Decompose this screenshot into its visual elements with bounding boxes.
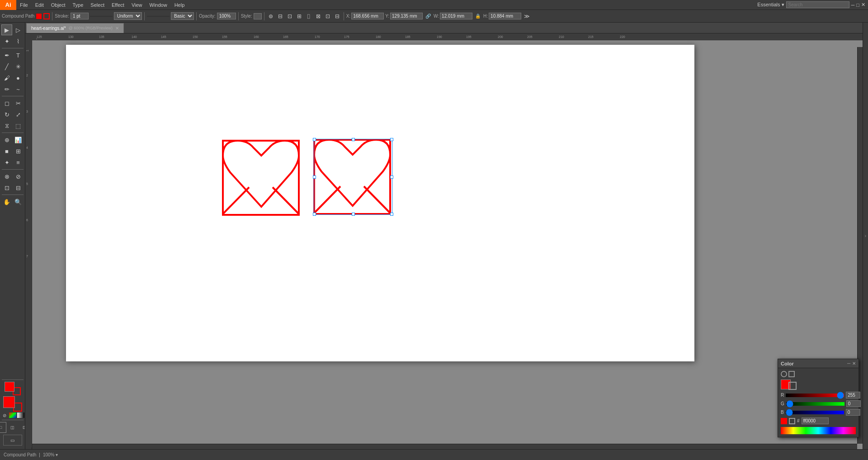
hex-stroke-swatch[interactable] [789,418,795,424]
stroke-swatch[interactable] [43,13,50,19]
align-top-icon[interactable]: ⊠ [314,12,322,20]
minimize-btn[interactable]: ─ [851,2,855,8]
cmyk-icon[interactable] [788,371,795,377]
stroke-width-input[interactable] [71,13,89,19]
link-icon[interactable]: 🔗 [424,12,432,20]
spectrum-icon[interactable] [781,371,787,377]
divider-1 [52,12,52,20]
view-mode-btn[interactable]: ▭ [3,435,22,446]
menu-select[interactable]: Select [87,0,108,9]
stroke-swatch-panel[interactable] [788,382,797,390]
align-right-icon[interactable]: ⊞ [295,12,303,20]
basic-select[interactable]: Basic [171,12,194,20]
tab-close-btn[interactable]: ✕ [115,26,119,31]
transform-icon[interactable]: ⌷ [305,12,313,20]
hand-tool[interactable]: ✋ [1,196,12,207]
horizontal-scrollbar[interactable] [32,444,857,449]
y-input[interactable]: 129.135 mm [390,13,423,19]
chart-tool[interactable]: 📊 [13,134,24,145]
stroke-style-select[interactable]: Uniform [114,12,142,20]
draw-normal-btn[interactable]: □ [0,422,6,433]
distribute-icon[interactable]: ⊟ [333,12,341,20]
recolor-icon[interactable]: ⊚ [267,12,275,20]
lasso-tool[interactable]: ⌇ [13,36,24,47]
blend-tool[interactable]: ⊗ [1,171,12,182]
panel-close-btn[interactable]: ✕ [852,361,856,366]
swatch-container [3,396,22,412]
shape-builder-tool[interactable]: ⊕ [1,134,12,145]
paint-brush-tool[interactable]: 🖌 [1,72,12,83]
zoom-tool[interactable]: 🔍 [13,196,24,207]
opacity-input[interactable] [217,13,236,19]
menu-window[interactable]: Window [146,0,171,9]
eyedropper-tool[interactable]: ✦ [1,157,12,168]
fill-indicator[interactable] [5,382,14,392]
menu-file[interactable]: File [16,0,32,9]
free-transform-tool[interactable]: ⬚ [13,120,24,131]
close-btn[interactable]: ✕ [861,2,865,8]
menu-help[interactable]: Help [171,0,189,9]
hex-input[interactable]: ff0000 [802,417,829,424]
color-spectrum-bar[interactable] [781,427,856,434]
gradient-mode-btn[interactable] [17,413,24,418]
constrain-icon[interactable]: 🔒 [474,12,482,20]
draw-inside-btn[interactable]: ⊡ [19,422,26,433]
mesh-tool[interactable]: ⊞ [13,146,24,156]
eraser-tool[interactable]: ◻ [1,98,12,109]
panel-title: Color [781,361,794,366]
opacity-label: Opacity: [199,14,216,19]
align-left-icon[interactable]: ⊟ [276,12,284,20]
blob-brush-tool[interactable]: ● [13,72,24,83]
star-tool[interactable]: ✳ [13,61,24,72]
heart2-svg[interactable] [313,139,392,216]
drawing-area[interactable] [32,40,863,449]
b-slider[interactable] [786,411,844,414]
g-value-input[interactable]: 0 [846,400,861,407]
align-center-icon[interactable]: ⊡ [286,12,294,20]
search-input[interactable] [786,1,849,8]
selection-tool[interactable]: ▶ [1,24,12,35]
align-bottom-icon[interactable]: ⊡ [324,12,332,20]
restore-btn[interactable]: □ [856,2,859,8]
g-slider[interactable] [786,402,844,406]
perspective-tool[interactable]: ⊟ [13,182,24,193]
document-tab[interactable]: heart-earrings.ai* @ 600% (RGB/Preview) … [26,23,124,33]
menu-view[interactable]: View [128,0,146,9]
smooth-tool[interactable]: ~ [13,84,24,95]
pen-tool[interactable]: ✒ [1,50,12,61]
fill-swatch-tool[interactable] [3,396,15,408]
hex-fill-swatch[interactable] [781,418,787,424]
slice-tool[interactable]: ⊡ [1,182,12,193]
live-paint-tool[interactable]: ⊘ [13,171,24,182]
heart1-svg[interactable] [222,140,301,217]
magic-wand-tool[interactable]: ✦ [1,36,12,47]
h-input[interactable]: 10.884 mm [489,13,521,19]
panel-collapse-btn[interactable]: ─ [847,361,850,366]
r-value-input[interactable]: 255 [846,392,860,398]
type-tool[interactable]: T [13,50,24,61]
rotate-tool[interactable]: ↻ [1,109,12,120]
scale-tool[interactable]: ⤢ [13,109,24,120]
w-input[interactable]: 12.019 mm [440,13,472,19]
direct-selection-tool[interactable]: ▷ [13,24,24,35]
scissors-tool[interactable]: ✂ [13,98,24,109]
fill-swatch[interactable] [36,13,42,19]
pencil-tool[interactable]: ✏ [1,84,12,95]
b-value-input[interactable]: 0 [846,409,860,416]
line-tool[interactable]: ╱ [1,61,12,72]
menu-effect[interactable]: Effect [108,0,128,9]
x-input[interactable]: 168.656 mm [351,13,384,19]
color-mode-btn[interactable] [9,413,16,418]
menu-object[interactable]: Object [47,0,69,9]
menu-type[interactable]: Type [69,0,87,9]
draw-back-btn[interactable]: ◫ [7,422,18,433]
transform-more-icon[interactable]: ≫ [523,12,531,20]
gradient-tool[interactable]: ■ [1,146,12,156]
puppet-warp-tool[interactable]: ⧖ [1,120,12,131]
measure-tool[interactable]: ≡ [13,157,24,168]
menu-edit[interactable]: Edit [32,0,47,9]
divider-3 [196,12,197,20]
r-slider[interactable] [786,394,844,397]
none-mode-btn[interactable]: ⊘ [1,413,8,418]
right-panel-toggle[interactable]: › [863,23,868,449]
